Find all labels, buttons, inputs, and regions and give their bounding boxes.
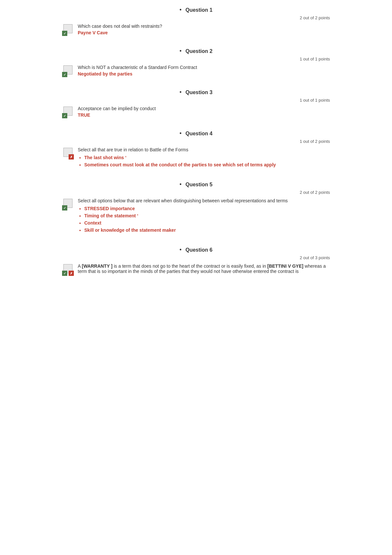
q4-body: ✗ Select all that are true in relation t… <box>62 147 330 169</box>
q5-answer-item-1: Timing of the statement ‘ <box>84 213 288 218</box>
q5-answer-item-0: STRESSED importance <box>84 206 288 211</box>
q1-score: 2 out of 2 points <box>62 15 330 20</box>
question-1-header: • Question 1 <box>62 7 330 13</box>
q4-icon-area: ✗ <box>62 148 75 160</box>
q1-answer: Payne V Cave <box>78 30 162 35</box>
q6-body: ✓ ✗ A [WARRANTY ] is a term that does no… <box>62 263 330 276</box>
q5-content: Select all options below that are releva… <box>78 198 288 235</box>
question-6-header: • Question 6 <box>62 246 330 253</box>
question-2-block: • Question 2 1 out of 1 points ✓ Which i… <box>62 48 330 77</box>
q3-title: Question 3 <box>186 90 213 95</box>
q1-bullet: • <box>180 7 182 13</box>
q1-title: Question 1 <box>186 7 213 13</box>
q2-score: 1 out of 1 points <box>62 57 330 61</box>
question-1-block: • Question 1 2 out of 2 points ✓ Which c… <box>62 7 330 36</box>
q4-answer-list: The last shot wins ‘ Sometimes court mus… <box>78 155 276 167</box>
q5-answer-list: STRESSED importance Timing of the statem… <box>78 206 288 233</box>
q4-x-icon: ✗ <box>69 154 74 160</box>
q4-answer-item-1: Sometimes court must look at the conduct… <box>84 162 276 167</box>
q6-title: Question 6 <box>186 247 213 253</box>
question-6-block: • Question 6 2 out of 3 points ✓ ✗ A [WA… <box>62 246 330 276</box>
question-5-header: • Question 5 <box>62 181 330 188</box>
q2-title: Question 2 <box>186 48 213 54</box>
q6-content: A [WARRANTY ] is a term that does not go… <box>78 263 330 274</box>
q5-status-icon: ✓ <box>62 199 74 210</box>
q4-content: Select all that are true in relation to … <box>78 147 276 169</box>
q5-answer-item-2: Context <box>84 220 288 226</box>
q5-answer-item-3: Skill or knowledge of the statement make… <box>84 227 288 233</box>
question-2-header: • Question 2 <box>62 48 330 55</box>
question-4-block: • Question 4 1 out of 2 points ✗ Select … <box>62 130 330 169</box>
q6-status-icon: ✓ ✗ <box>62 264 74 276</box>
q2-status-icon: ✓ <box>62 65 74 77</box>
q3-answer: TRUE <box>78 112 156 118</box>
q3-body: ✓ Acceptance can be implied by conduct T… <box>62 106 330 118</box>
q1-content: Which case does not deal with restraints… <box>78 24 162 35</box>
q5-check-icon: ✓ <box>62 205 67 210</box>
q4-bullet: • <box>180 130 182 137</box>
q6-bullet: • <box>180 246 182 253</box>
q5-icon-area: ✓ <box>62 199 75 210</box>
q4-answer-item-0: The last shot wins ‘ <box>84 155 276 160</box>
q5-question-text: Select all options below that are releva… <box>78 198 288 203</box>
question-3-header: • Question 3 <box>62 89 330 96</box>
q1-check-icon: ✓ <box>62 31 67 36</box>
q4-question-text: Select all that are true in relation to … <box>78 147 276 152</box>
q6-warranty-bracket: [WARRANTY ] <box>82 263 112 269</box>
q6-icon-area: ✓ ✗ <box>62 264 75 276</box>
q6-bettini-bracket: [BETTINI V GYE] <box>267 263 303 269</box>
q5-bullet: • <box>180 181 182 188</box>
q5-body: ✓ Select all options below that are rele… <box>62 198 330 235</box>
question-4-header: • Question 4 <box>62 130 330 137</box>
q1-body: ✓ Which case does not deal with restrain… <box>62 24 330 36</box>
q3-bullet: • <box>180 89 182 95</box>
q3-question-text: Acceptance can be implied by conduct <box>78 106 156 111</box>
q3-icon-area: ✓ <box>62 107 75 118</box>
q3-content: Acceptance can be implied by conduct TRU… <box>78 106 156 118</box>
q3-check-icon: ✓ <box>62 113 67 118</box>
q5-title: Question 5 <box>186 182 213 187</box>
q4-score: 1 out of 2 points <box>62 139 330 144</box>
q2-question-text: Which is NOT a characteristic of a Stand… <box>78 65 197 70</box>
q2-check-icon: ✓ <box>62 72 67 77</box>
q1-question-text: Which case does not deal with restraints… <box>78 24 162 29</box>
q6-question-text: A [WARRANTY ] is a term that does not go… <box>78 263 330 274</box>
q3-status-icon: ✓ <box>62 107 74 118</box>
q4-title: Question 4 <box>186 131 213 136</box>
q6-score: 2 out of 3 points <box>62 255 330 260</box>
question-3-block: • Question 3 1 out of 1 points ✓ Accepta… <box>62 89 330 118</box>
q5-score: 2 out of 2 points <box>62 190 330 195</box>
q4-status-icon: ✗ <box>62 148 74 160</box>
q2-icon-area: ✓ <box>62 65 75 77</box>
q1-icon-area: ✓ <box>62 24 75 36</box>
q2-body: ✓ Which is NOT a characteristic of a Sta… <box>62 65 330 77</box>
q1-status-icon: ✓ <box>62 24 74 36</box>
q6-check-icon: ✓ <box>62 271 67 276</box>
q2-bullet: • <box>180 48 182 54</box>
q2-content: Which is NOT a characteristic of a Stand… <box>78 65 197 76</box>
question-5-block: • Question 5 2 out of 2 points ✓ Select … <box>62 181 330 235</box>
q3-score: 1 out of 1 points <box>62 98 330 103</box>
q6-x-icon: ✗ <box>69 271 74 276</box>
q2-answer: Negotiated by the parties <box>78 71 197 76</box>
